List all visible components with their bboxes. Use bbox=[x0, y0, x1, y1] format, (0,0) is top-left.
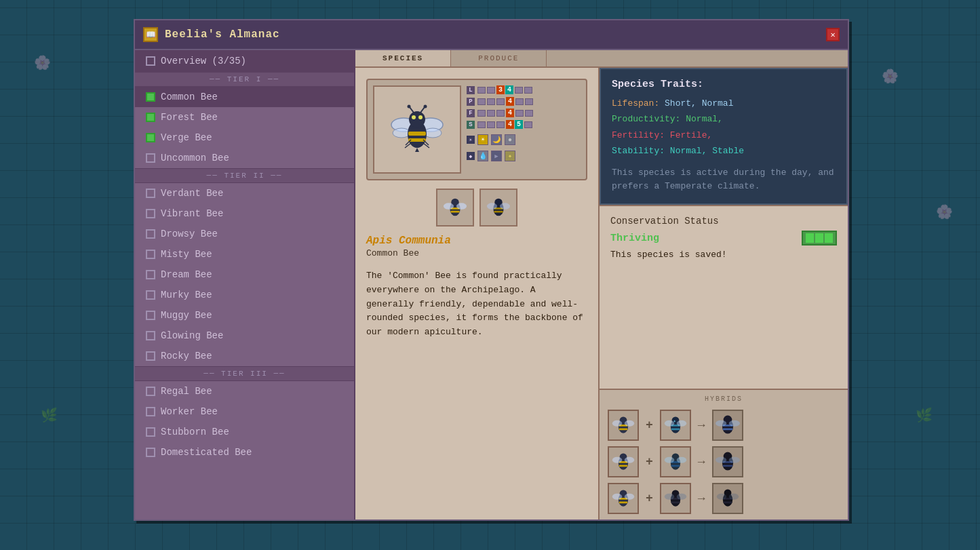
checkbox-regal-bee bbox=[146, 387, 155, 396]
sidebar-item-worker-bee[interactable]: Worker Bee bbox=[135, 401, 354, 422]
checkbox-worker-bee bbox=[146, 407, 155, 416]
productivity-val: Normal, bbox=[686, 114, 723, 124]
thumb-2[interactable] bbox=[479, 189, 517, 227]
tab-species[interactable]: SPECIES bbox=[355, 50, 451, 66]
lifespan-key: Lifespan: bbox=[612, 98, 659, 109]
tier1-label: ── TIER I ── bbox=[135, 72, 354, 87]
checkbox-glowing-bee bbox=[146, 331, 155, 340]
sidebar-item-drowsy-bee[interactable]: Drowsy Bee bbox=[135, 224, 354, 244]
trait-stability: Stability: Normal, Stable bbox=[612, 143, 836, 159]
bee-name-misty: Misty Bee bbox=[161, 249, 212, 260]
thumb-1[interactable] bbox=[436, 189, 474, 227]
hybrid-parent-1a bbox=[608, 410, 639, 441]
svg-point-55 bbox=[625, 457, 634, 463]
almanac-window: 📖 Beelia's Almanac ✕ Overview (3/35) ── … bbox=[134, 19, 849, 521]
stability-key: Stability: bbox=[612, 146, 665, 156]
bee-thumbnails bbox=[366, 189, 587, 227]
bar bbox=[477, 87, 486, 94]
productivity-bars: 4 bbox=[477, 97, 533, 106]
checkbox-uncommon-bee bbox=[146, 153, 155, 163]
svg-point-85 bbox=[728, 494, 738, 500]
hybrids-section: HYBRIDS bbox=[600, 389, 848, 519]
stats-grid: L 3 4 bbox=[467, 85, 581, 161]
svg-point-30 bbox=[500, 203, 510, 210]
tier2-label: ── TIER II ── bbox=[135, 168, 354, 183]
svg-rect-27 bbox=[494, 211, 503, 213]
stat-fertility: F 4 bbox=[467, 109, 581, 117]
bee-name-uncommon: Uncommon Bee bbox=[161, 153, 229, 163]
bar bbox=[524, 87, 532, 94]
sidebar-item-uncommon-bee[interactable]: Uncommon Bee bbox=[135, 148, 354, 168]
hybrid-bee-svg-6 bbox=[663, 486, 688, 511]
hybrid-arrow-3: → bbox=[698, 492, 705, 505]
tier3-label: ── TIER III ── bbox=[135, 366, 354, 381]
sidebar-item-stubborn-bee[interactable]: Stubborn Bee bbox=[135, 422, 354, 442]
checkbox-misty-bee bbox=[146, 250, 155, 259]
bee-name-forest: Forest Bee bbox=[161, 112, 218, 123]
stat-productivity: P 4 bbox=[467, 97, 581, 106]
checkbox-forest-bee bbox=[146, 113, 155, 122]
bar bbox=[487, 121, 495, 128]
panels-row: L 3 4 bbox=[355, 68, 848, 519]
svg-point-36 bbox=[625, 420, 634, 427]
bee-name-vibrant: Vibrant Bee bbox=[161, 208, 223, 219]
bar bbox=[487, 110, 495, 117]
svg-line-15 bbox=[405, 143, 411, 148]
activity-row-day: ☀ ☀ 🌙 ● bbox=[467, 134, 581, 145]
sunny-icon: ✦ bbox=[505, 151, 515, 161]
title-bar: 📖 Beelia's Almanac ✕ bbox=[135, 20, 848, 50]
sidebar-item-forest-bee[interactable]: Forest Bee bbox=[135, 107, 354, 127]
hybrid-parent-2a bbox=[608, 446, 639, 477]
sidebar-item-verdant-bee[interactable]: Verdant Bee bbox=[135, 183, 354, 203]
sidebar-item-common-bee[interactable]: Common Bee bbox=[135, 87, 354, 107]
sidebar-item-vibrant-bee[interactable]: Vibrant Bee bbox=[135, 203, 354, 224]
sidebar-item-regal-bee[interactable]: Regal Bee bbox=[135, 381, 354, 401]
bg-deco: 🌸 bbox=[936, 203, 953, 220]
lifespan-bars: 3 4 bbox=[477, 85, 532, 94]
svg-rect-39 bbox=[671, 429, 680, 431]
svg-point-66 bbox=[716, 457, 726, 463]
sidebar-item-domesticated-bee[interactable]: Domesticated Bee bbox=[135, 442, 354, 463]
fertility-bars: 4 bbox=[477, 109, 533, 117]
status-bar-1 bbox=[806, 233, 814, 243]
bg-deco: 🌿 bbox=[41, 407, 58, 424]
tab-produce[interactable]: PRODUCE bbox=[451, 50, 547, 66]
sidebar-item-verge-bee[interactable]: Verge Bee bbox=[135, 127, 354, 148]
svg-point-35 bbox=[612, 420, 622, 427]
svg-point-84 bbox=[716, 494, 726, 500]
checkbox-muggy-bee bbox=[146, 311, 155, 320]
checkbox-stubborn-bee bbox=[146, 427, 155, 437]
checkbox-domesticated-bee bbox=[146, 448, 155, 457]
activity-label: ☀ bbox=[467, 136, 475, 144]
sidebar-item-murky-bee[interactable]: Murky Bee bbox=[135, 285, 354, 305]
hybrid-plus-3: + bbox=[646, 492, 653, 505]
sidebar-item-rocky-bee[interactable]: Rocky Bee bbox=[135, 346, 354, 366]
svg-rect-82 bbox=[723, 502, 732, 504]
bee-name-drowsy: Drowsy Bee bbox=[161, 229, 218, 239]
sidebar-item-muggy-bee[interactable]: Muggy Bee bbox=[135, 305, 354, 326]
sidebar-item-glowing-bee[interactable]: Glowing Bee bbox=[135, 326, 354, 346]
hybrid-result-svg-2 bbox=[716, 450, 740, 474]
activity-row-climate: ◆ 💧 ▶ ✦ bbox=[467, 151, 581, 161]
sidebar-item-dream-bee[interactable]: Dream Bee bbox=[135, 264, 354, 285]
sidebar-item-misty-bee[interactable]: Misty Bee bbox=[135, 244, 354, 264]
checkbox-drowsy-bee bbox=[146, 229, 155, 239]
bg-deco: 🌸 bbox=[34, 54, 51, 71]
tab-bar: SPECIES PRODUCE bbox=[355, 50, 848, 68]
hybrid-bee-svg-2: ✦ bbox=[663, 413, 688, 437]
svg-point-9 bbox=[418, 115, 423, 119]
thumb-bee-1 bbox=[442, 195, 468, 220]
cloud-icon: ● bbox=[505, 134, 515, 145]
hybrids-title: HYBRIDS bbox=[608, 395, 840, 403]
lifespan-val: Short, Normal bbox=[665, 98, 733, 109]
bee-name-verdant: Verdant Bee bbox=[161, 188, 223, 199]
svg-point-73 bbox=[625, 494, 634, 500]
svg-rect-76 bbox=[671, 502, 680, 504]
close-button[interactable]: ✕ bbox=[826, 28, 840, 41]
bg-deco: 🌸 bbox=[882, 68, 899, 85]
productivity-label: P bbox=[467, 98, 475, 106]
hybrid-bee-svg-4 bbox=[663, 450, 688, 474]
hybrid-result-svg-3 bbox=[716, 486, 740, 511]
svg-rect-70 bbox=[619, 502, 628, 504]
overview-item[interactable]: Overview (3/35) bbox=[135, 50, 354, 72]
